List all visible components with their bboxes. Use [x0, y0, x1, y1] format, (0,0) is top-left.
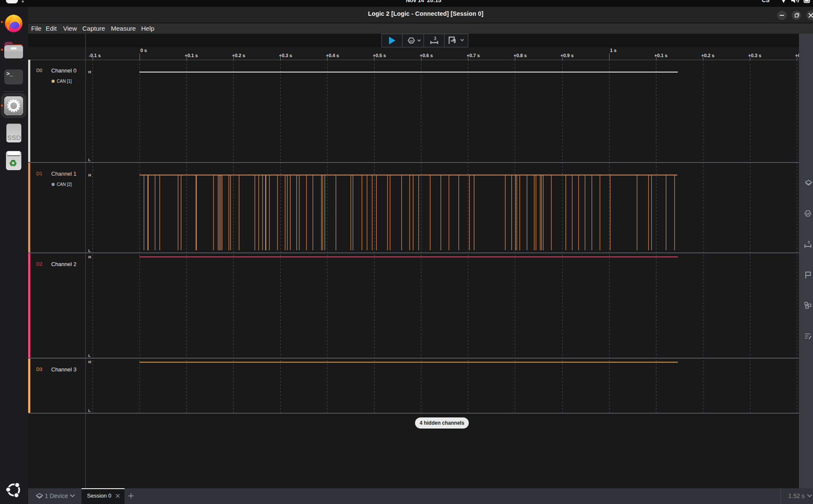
svg-text:3: 3 [807, 240, 810, 244]
svg-text:1F: 1F [806, 212, 810, 216]
